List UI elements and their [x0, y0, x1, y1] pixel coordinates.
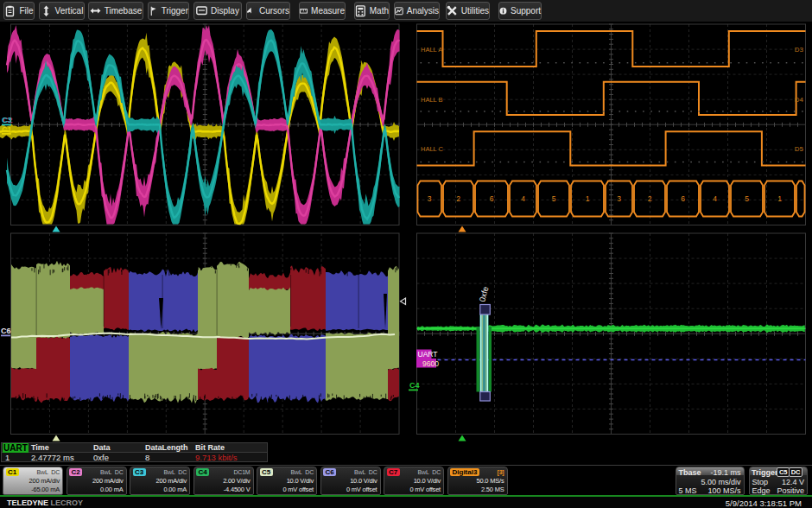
svg-text:5: 5 — [745, 194, 749, 203]
svg-text:4: 4 — [521, 194, 525, 203]
svg-text:3: 3 — [428, 194, 432, 203]
svg-text:D4: D4 — [795, 96, 804, 104]
svg-text:HALL C: HALL C — [421, 145, 444, 153]
svg-text:HALL A: HALL A — [421, 46, 442, 54]
svg-text:C1: C1 — [2, 125, 12, 134]
svg-text:9600: 9600 — [422, 359, 439, 368]
svg-text:1: 1 — [777, 194, 782, 203]
svg-text:C4: C4 — [409, 381, 420, 390]
svg-text:1: 1 — [586, 194, 590, 203]
svg-text:C6: C6 — [1, 327, 11, 335]
svg-text:3: 3 — [617, 194, 621, 203]
svg-text:C3: C3 — [2, 116, 12, 124]
svg-text:0xfe: 0xfe — [477, 285, 490, 302]
svg-text:6: 6 — [681, 194, 685, 203]
svg-text:2: 2 — [648, 194, 652, 203]
svg-text:2: 2 — [456, 194, 460, 203]
svg-text:5: 5 — [552, 194, 556, 203]
svg-text:6: 6 — [490, 194, 494, 203]
svg-text:D3: D3 — [795, 46, 804, 54]
svg-text:HALL B: HALL B — [421, 96, 443, 104]
svg-text:UART: UART — [418, 350, 438, 359]
svg-text:4: 4 — [713, 194, 717, 203]
svg-text:D5: D5 — [795, 145, 804, 153]
